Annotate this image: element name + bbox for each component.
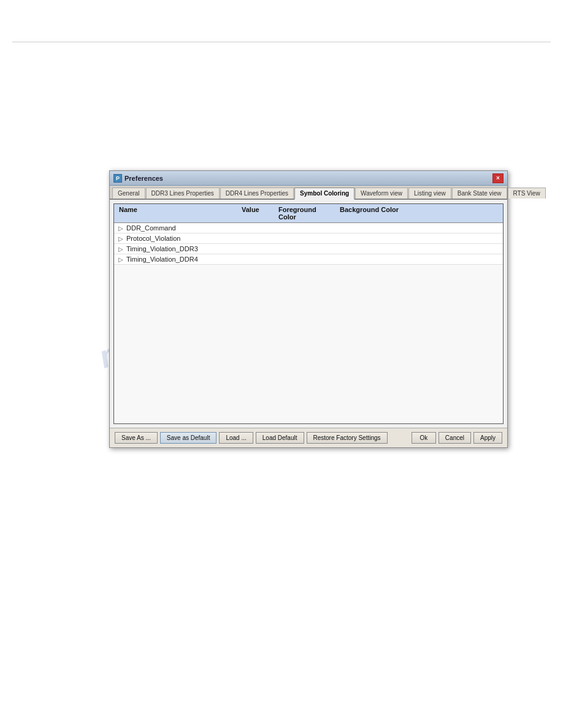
tab-ddr4-lines[interactable]: DDR4 Lines Properties (220, 188, 294, 199)
row-expander-icon[interactable]: ▷ (117, 224, 125, 232)
top-separator (12, 42, 551, 42)
table-row[interactable]: ▷ Timing_Violation_DDR4 (114, 254, 503, 265)
close-button[interactable]: × (492, 173, 504, 183)
tab-listing-view[interactable]: Listing view (408, 188, 451, 199)
table-row[interactable]: ▷ DDR_Command (114, 223, 503, 233)
tab-bank-state-view[interactable]: Bank State view (452, 188, 507, 199)
cancel-button[interactable]: Cancel (439, 432, 471, 444)
table-header: Name Value Foreground Color Background C… (114, 204, 503, 223)
column-header-bg: Background Color (337, 205, 411, 221)
column-header-value: Value (239, 205, 276, 221)
title-bar: P Preferences × (110, 171, 507, 186)
bottom-right-buttons: Ok Cancel Apply (412, 432, 502, 444)
ok-button[interactable]: Ok (412, 432, 436, 444)
preferences-dialog: P Preferences × General DDR3 Lines Prope… (109, 170, 508, 448)
tab-ddr3-lines[interactable]: DDR3 Lines Properties (146, 188, 220, 199)
table-row[interactable]: ▷ Protocol_Violation (114, 233, 503, 244)
restore-factory-button[interactable]: Restore Factory Settings (307, 432, 388, 444)
bottom-button-area: Save As ... Save as Default Load ... Loa… (110, 428, 507, 447)
dialog-title: Preferences (124, 175, 163, 182)
row-expander-icon[interactable]: ▷ (117, 234, 125, 243)
tab-bar: General DDR3 Lines Properties DDR4 Lines… (110, 186, 507, 200)
column-header-name: Name (117, 205, 239, 221)
row-name: Timing_Violation_DDR3 (126, 245, 198, 252)
save-as-button[interactable]: Save As ... (115, 432, 158, 444)
row-name: Protocol_Violation (126, 235, 180, 242)
column-header-fg: Foreground Color (276, 205, 337, 221)
dialog-icon: P (113, 174, 122, 183)
load-default-button[interactable]: Load Default (256, 432, 304, 444)
tab-symbol-coloring[interactable]: Symbol Coloring (294, 188, 354, 200)
apply-button[interactable]: Apply (473, 432, 502, 444)
title-bar-left: P Preferences (113, 174, 163, 183)
load-button[interactable]: Load ... (219, 432, 253, 444)
row-name: Timing_Violation_DDR4 (126, 256, 198, 263)
symbol-coloring-table: Name Value Foreground Color Background C… (113, 203, 504, 424)
tab-waveform-view[interactable]: Waveform view (355, 188, 408, 199)
row-name: DDR_Command (126, 224, 176, 232)
row-expander-icon[interactable]: ▷ (117, 245, 125, 253)
tab-rts-view[interactable]: RTS View (508, 188, 546, 199)
table-row[interactable]: ▷ Timing_Violation_DDR3 (114, 244, 503, 254)
tab-general[interactable]: General (112, 188, 145, 199)
bottom-left-buttons: Save As ... Save as Default Load ... Loa… (115, 432, 388, 444)
row-expander-icon[interactable]: ▷ (117, 255, 125, 264)
save-as-default-button[interactable]: Save as Default (160, 432, 217, 444)
